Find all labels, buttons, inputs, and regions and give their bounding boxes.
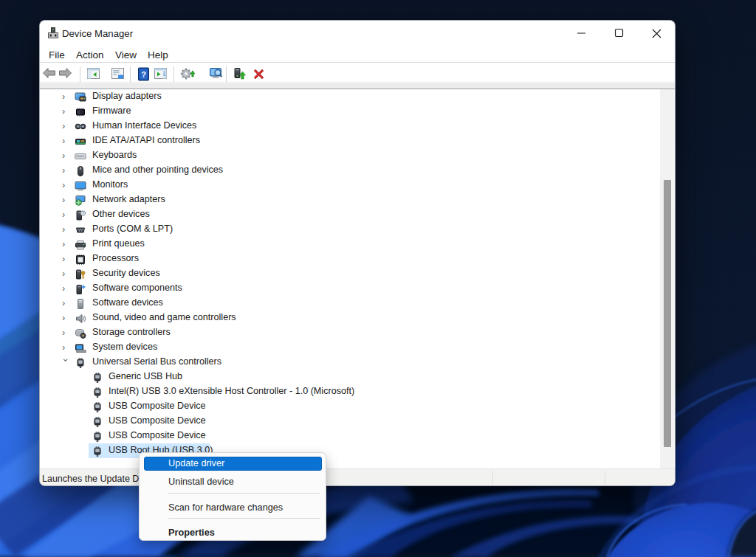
svg-text:?: ? bbox=[141, 70, 146, 79]
